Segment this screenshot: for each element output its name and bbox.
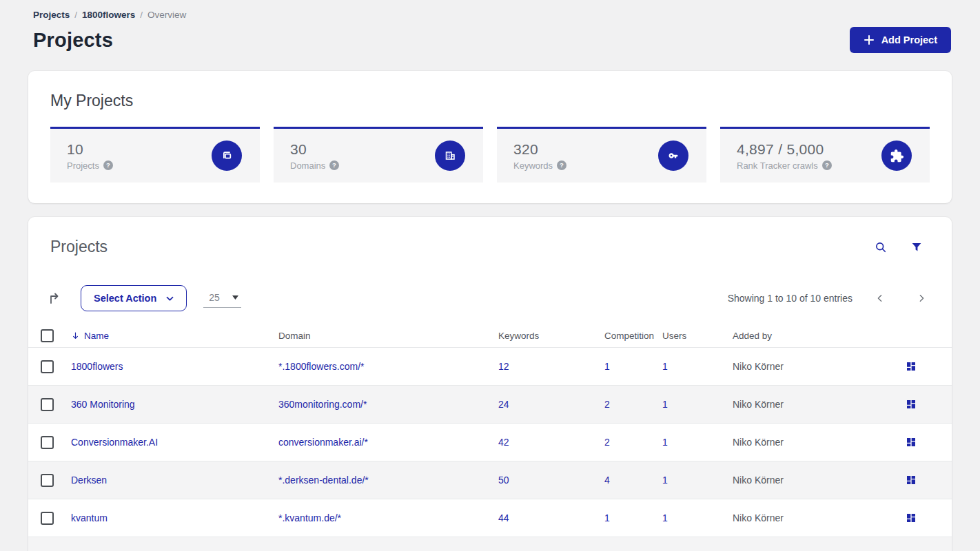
keywords-count-link[interactable]: 12 [498, 361, 509, 372]
sort-desc-icon [71, 331, 80, 340]
table-header-row: Name Domain Keywords Competition Users A… [28, 324, 952, 347]
search-icon[interactable] [872, 239, 889, 256]
help-icon[interactable]: ? [822, 160, 832, 170]
row-checkbox[interactable] [41, 398, 54, 411]
added-by-value: Niko Körner [733, 437, 870, 448]
dashboard-icon[interactable] [904, 435, 918, 449]
crawls-count: 4,897 / 5,000 [737, 141, 832, 158]
project-name-link[interactable]: 1800flowers [71, 361, 123, 372]
dashboard-icon[interactable] [904, 511, 918, 525]
keywords-count-link[interactable]: 24 [498, 399, 509, 410]
dashboard-icon[interactable] [904, 473, 918, 487]
project-domain-link[interactable]: *.kvantum.de/* [278, 512, 341, 523]
users-count-link[interactable]: 1 [662, 437, 668, 448]
column-header-keywords[interactable]: Keywords [498, 331, 604, 341]
row-checkbox[interactable] [41, 436, 54, 449]
building-icon [435, 141, 465, 171]
project-domain-link[interactable]: *.1800flowers.com/* [278, 361, 365, 372]
help-icon[interactable]: ? [329, 160, 339, 170]
dashboard-icon[interactable] [904, 397, 918, 411]
stat-card-keywords: 320 Keywords ? [497, 127, 706, 183]
stat-cards: 10 Projects ? 30 Domains [50, 127, 930, 183]
row-checkbox[interactable] [41, 360, 54, 373]
select-all-checkbox[interactable] [41, 329, 54, 342]
table-row-partial [28, 537, 952, 551]
add-project-label: Add Project [881, 34, 937, 45]
project-domain-link[interactable]: 360monitoring.com/* [278, 399, 367, 410]
users-count-link[interactable]: 1 [662, 399, 668, 410]
users-count-link[interactable]: 1 [662, 475, 668, 486]
puzzle-icon [881, 141, 912, 171]
breadcrumb-1800flowers[interactable]: 1800flowers [82, 10, 135, 20]
column-header-added-by[interactable]: Added by [733, 331, 870, 341]
table-row: Derksen *.derksen-dental.de/* 50 4 1 Nik… [28, 461, 952, 499]
select-action-label: Select Action [94, 293, 156, 304]
svg-text:?: ? [332, 161, 336, 169]
projects-count: 10 [67, 141, 113, 158]
projects-panel-title: Projects [50, 238, 108, 256]
competition-count-link[interactable]: 1 [604, 361, 610, 372]
competition-count-link[interactable]: 2 [604, 437, 610, 448]
project-name-link[interactable]: 360 Monitoring [71, 399, 135, 410]
table-row: kvantum *.kvantum.de/* 44 1 1 Niko Körne… [28, 499, 952, 537]
chevron-down-icon [165, 293, 175, 304]
column-header-users[interactable]: Users [662, 331, 733, 341]
column-header-domain[interactable]: Domain [278, 331, 498, 341]
next-page-icon[interactable] [913, 290, 930, 306]
keywords-count-link[interactable]: 44 [498, 512, 509, 523]
help-icon[interactable]: ? [103, 160, 113, 170]
page-title: Projects [33, 29, 113, 52]
filter-icon[interactable] [909, 240, 924, 255]
select-caret-icon [232, 295, 238, 300]
prev-page-icon[interactable] [872, 290, 888, 306]
pagination-status: Showing 1 to 10 of 10 entries [728, 293, 853, 304]
project-domain-link[interactable]: conversionmaker.ai/* [278, 437, 368, 448]
domains-count: 30 [290, 141, 339, 158]
my-projects-panel: My Projects 10 Projects ? 3 [28, 71, 952, 203]
breadcrumb-separator: / [140, 10, 143, 20]
added-by-value: Niko Körner [733, 399, 870, 410]
competition-count-link[interactable]: 2 [604, 399, 610, 410]
column-header-competition[interactable]: Competition [604, 331, 662, 341]
projects-table-panel: Projects Select Action 25 Showi [28, 217, 952, 551]
competition-count-link[interactable]: 1 [604, 512, 610, 523]
table-body: 1800flowers *.1800flowers.com/* 12 1 1 N… [28, 347, 952, 537]
table-row: 1800flowers *.1800flowers.com/* 12 1 1 N… [28, 347, 952, 385]
top-bar: Projects / 1800flowers / Overview Projec… [0, 0, 980, 53]
stat-card-projects: 10 Projects ? [50, 127, 260, 183]
keywords-count-link[interactable]: 42 [498, 437, 509, 448]
competition-count-link[interactable]: 4 [604, 475, 610, 486]
my-projects-title: My Projects [50, 92, 930, 110]
table-toolbar: Select Action 25 Showing 1 to 10 of 10 e… [50, 285, 930, 311]
keywords-count-label: Keywords [513, 160, 553, 171]
breadcrumb-separator: / [74, 10, 77, 20]
export-arrow-icon[interactable] [46, 290, 63, 306]
help-icon[interactable]: ? [557, 160, 566, 170]
column-header-name[interactable]: Name [71, 331, 278, 341]
project-name-link[interactable]: Derksen [71, 475, 107, 486]
page-size-select[interactable]: 25 [203, 289, 241, 308]
users-count-link[interactable]: 1 [662, 512, 668, 523]
domains-count-label: Domains [290, 160, 325, 171]
plus-icon [864, 34, 875, 45]
stat-card-domains: 30 Domains ? [274, 127, 483, 183]
page-size-value: 25 [209, 292, 220, 303]
added-by-value: Niko Körner [733, 475, 870, 486]
add-project-button[interactable]: Add Project [850, 27, 951, 53]
project-domain-link[interactable]: *.derksen-dental.de/* [278, 475, 369, 486]
svg-text:?: ? [106, 161, 110, 169]
breadcrumb: Projects / 1800flowers / Overview [33, 10, 951, 20]
project-name-link[interactable]: Conversionmaker.AI [71, 437, 158, 448]
keywords-count-link[interactable]: 50 [498, 475, 509, 486]
row-checkbox[interactable] [41, 474, 54, 487]
table-row: Conversionmaker.AI conversionmaker.ai/* … [28, 423, 952, 461]
row-checkbox[interactable] [41, 512, 54, 525]
users-count-link[interactable]: 1 [662, 361, 668, 372]
added-by-value: Niko Körner [733, 512, 870, 523]
svg-text:?: ? [825, 161, 829, 169]
dashboard-icon[interactable] [904, 360, 918, 373]
project-name-link[interactable]: kvantum [71, 512, 108, 523]
breadcrumb-projects[interactable]: Projects [33, 10, 70, 20]
breadcrumb-overview: Overview [147, 10, 186, 20]
select-action-dropdown[interactable]: Select Action [81, 285, 187, 311]
